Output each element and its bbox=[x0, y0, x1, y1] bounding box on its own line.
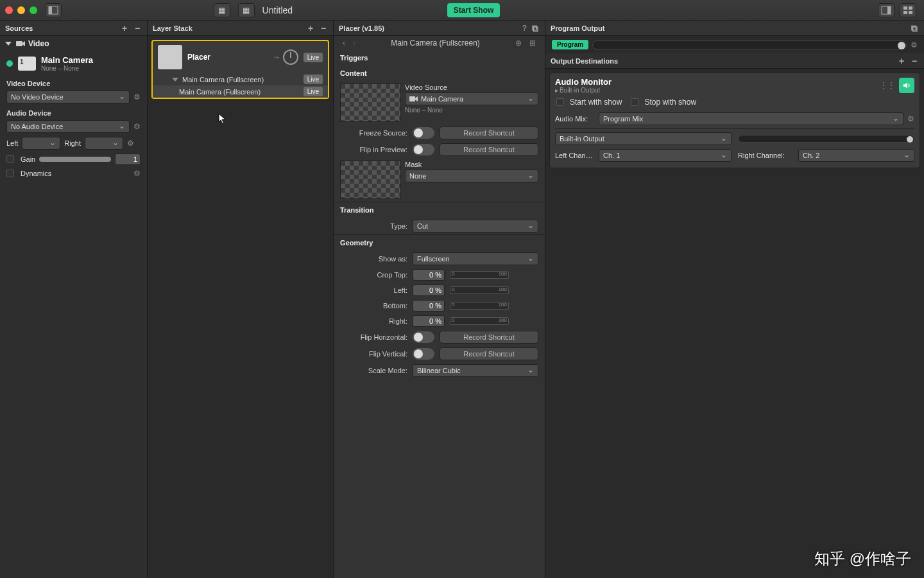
audio-volume-slider[interactable] bbox=[738, 135, 914, 143]
start-with-show-checkbox[interactable]: Start with show bbox=[556, 98, 622, 107]
audio-device-settings-icon[interactable]: ⚙ bbox=[133, 122, 141, 131]
triggers-section-label: Triggers bbox=[334, 50, 545, 66]
freeze-shortcut-button[interactable]: Record Shortcut bbox=[440, 127, 538, 139]
inspector-help-icon[interactable]: ? bbox=[522, 24, 527, 33]
add-destination-button[interactable]: + bbox=[897, 57, 906, 66]
video-device-select[interactable]: No Video Device bbox=[6, 91, 130, 103]
nav-back-button[interactable]: ‹ bbox=[339, 39, 349, 48]
inspector-popout-icon[interactable]: ⧉ bbox=[531, 24, 540, 33]
audio-device-select[interactable]: No Audio Device bbox=[6, 120, 130, 133]
start-show-button[interactable]: Start Show bbox=[447, 3, 501, 17]
video-group-label: Video bbox=[28, 39, 49, 48]
video-device-settings-icon[interactable]: ⚙ bbox=[133, 92, 141, 101]
add-source-button[interactable]: + bbox=[120, 24, 129, 33]
dynamics-settings-icon[interactable]: ⚙ bbox=[133, 169, 141, 178]
flip-horizontal-toggle[interactable] bbox=[413, 331, 434, 343]
remove-destination-button[interactable]: − bbox=[910, 57, 919, 66]
gain-checkbox[interactable] bbox=[6, 155, 14, 163]
crop-left-slider[interactable]: 0100 bbox=[450, 286, 509, 294]
flip-h-shortcut-button[interactable]: Record Shortcut bbox=[440, 331, 538, 344]
sidebar-toggle-button[interactable] bbox=[45, 3, 62, 17]
add-layer-button[interactable]: + bbox=[306, 24, 315, 33]
crop-top-label: Crop Top: bbox=[340, 271, 407, 279]
video-group-header[interactable]: Video bbox=[0, 36, 147, 51]
audio-mix-settings-icon[interactable]: ⚙ bbox=[907, 114, 914, 123]
video-source-label: Video Source bbox=[405, 83, 538, 91]
layer-child-row-0[interactable]: Main Camera (Fullscreen) Live bbox=[153, 73, 328, 85]
flip-preview-toggle[interactable] bbox=[413, 144, 434, 155]
disclosure-icon bbox=[5, 42, 12, 46]
output-destinations-header-label: Output Destinations bbox=[551, 57, 618, 65]
transition-type-select[interactable]: Cut bbox=[413, 220, 538, 232]
speaker-button[interactable] bbox=[899, 78, 914, 93]
left-channel-select[interactable] bbox=[22, 137, 60, 150]
zoom-window-button[interactable] bbox=[30, 6, 37, 14]
program-settings-icon[interactable]: ⚙ bbox=[911, 40, 918, 49]
layer-title: Placer bbox=[187, 53, 274, 62]
flip-v-shortcut-button[interactable]: Record Shortcut bbox=[440, 347, 538, 360]
mask-select[interactable]: None bbox=[405, 170, 538, 182]
gain-slider[interactable] bbox=[39, 157, 111, 162]
program-badge[interactable]: Program bbox=[552, 40, 588, 49]
layer-child-label: Main Camera (Fullscreen) bbox=[179, 88, 261, 96]
minimize-window-button[interactable] bbox=[17, 6, 25, 14]
output-panel: Program Output ⧉ Program ⚙ Output Destin… bbox=[545, 21, 924, 578]
left-channel-out-select[interactable]: Ch. 1 bbox=[599, 149, 732, 162]
remove-layer-button[interactable]: − bbox=[319, 24, 328, 33]
crop-left-value[interactable]: 0 % bbox=[413, 285, 445, 296]
crop-right-slider[interactable]: 0100 bbox=[450, 317, 509, 325]
crop-bottom-label: Bottom: bbox=[340, 302, 407, 310]
inspector-icon-1[interactable]: ⊕ bbox=[511, 39, 526, 48]
remove-source-button[interactable]: − bbox=[133, 24, 142, 33]
audio-drag-handle-icon[interactable]: ⋮⋮ bbox=[880, 81, 895, 90]
layer-child-live-badge[interactable]: Live bbox=[304, 87, 323, 96]
stop-with-show-checkbox[interactable]: Stop with show bbox=[631, 98, 696, 107]
toolbar-button-1[interactable]: ▦ bbox=[214, 3, 230, 17]
freeze-source-label: Freeze Source: bbox=[340, 129, 407, 137]
toolbar-button-2[interactable]: ▦ bbox=[238, 3, 255, 17]
svg-rect-1 bbox=[49, 6, 52, 14]
nav-forward-button[interactable]: › bbox=[349, 39, 359, 48]
layer-card-placer[interactable]: Placer ⤳ Live Main Camera (Fullscreen) L… bbox=[151, 40, 329, 99]
scale-mode-select[interactable]: Bilinear Cubic bbox=[413, 364, 538, 377]
right-channel-out-select[interactable]: Ch. 2 bbox=[798, 149, 914, 162]
speaker-icon bbox=[902, 81, 911, 90]
left-channel-out-label: Left Chan… bbox=[555, 152, 595, 159]
channel-settings-icon[interactable]: ⚙ bbox=[127, 139, 134, 148]
layout-button-2[interactable] bbox=[900, 3, 916, 17]
source-item-main-camera[interactable]: Main Camera None – None bbox=[0, 51, 147, 76]
video-source-select[interactable]: Main Camera bbox=[405, 92, 538, 105]
show-as-select[interactable]: Fullscreen bbox=[413, 252, 538, 265]
video-source-thumb bbox=[340, 83, 401, 122]
content-section-label: Content bbox=[334, 66, 545, 81]
layer-dial[interactable] bbox=[283, 49, 298, 65]
inspector-icon-2[interactable]: ⊞ bbox=[526, 39, 540, 48]
layout-button-1[interactable] bbox=[878, 3, 894, 17]
gain-value[interactable]: 1 bbox=[115, 153, 141, 165]
layer-child-row-1[interactable]: Main Camera (Fullscreen) Live bbox=[153, 85, 328, 98]
flip-preview-shortcut-button[interactable]: Record Shortcut bbox=[440, 143, 538, 156]
audio-output-device-select[interactable]: Built-in Output bbox=[555, 132, 732, 145]
show-as-label: Show as: bbox=[340, 255, 407, 263]
svg-rect-4 bbox=[903, 6, 907, 10]
close-window-button[interactable] bbox=[5, 6, 13, 14]
layer-live-badge[interactable]: Live bbox=[304, 53, 323, 62]
crop-bottom-value[interactable]: 0 % bbox=[413, 300, 445, 311]
output-popout-icon[interactable]: ⧉ bbox=[910, 24, 919, 33]
video-device-label: Video Device bbox=[0, 76, 147, 89]
layer-child-live-badge[interactable]: Live bbox=[304, 74, 323, 84]
program-slider[interactable] bbox=[592, 40, 907, 49]
right-channel-select[interactable] bbox=[85, 137, 123, 150]
crop-top-value[interactable]: 0 % bbox=[413, 269, 445, 281]
flip-vertical-toggle[interactable] bbox=[413, 348, 434, 360]
crop-bottom-slider[interactable]: 0100 bbox=[450, 302, 509, 310]
crop-top-slider[interactable]: 0100 bbox=[450, 271, 509, 279]
freeze-source-toggle[interactable] bbox=[413, 127, 434, 139]
sources-header: Sources + − bbox=[0, 21, 147, 36]
inspector-header-label: Placer (v1.85) bbox=[339, 24, 384, 32]
audio-mix-select[interactable]: Program Mix bbox=[599, 112, 903, 125]
inspector-panel: Placer (v1.85) ? ⧉ ‹ › Main Camera (Full… bbox=[334, 21, 545, 578]
crop-right-value[interactable]: 0 % bbox=[413, 315, 445, 327]
svg-rect-7 bbox=[909, 11, 912, 14]
dynamics-checkbox[interactable] bbox=[6, 170, 14, 177]
